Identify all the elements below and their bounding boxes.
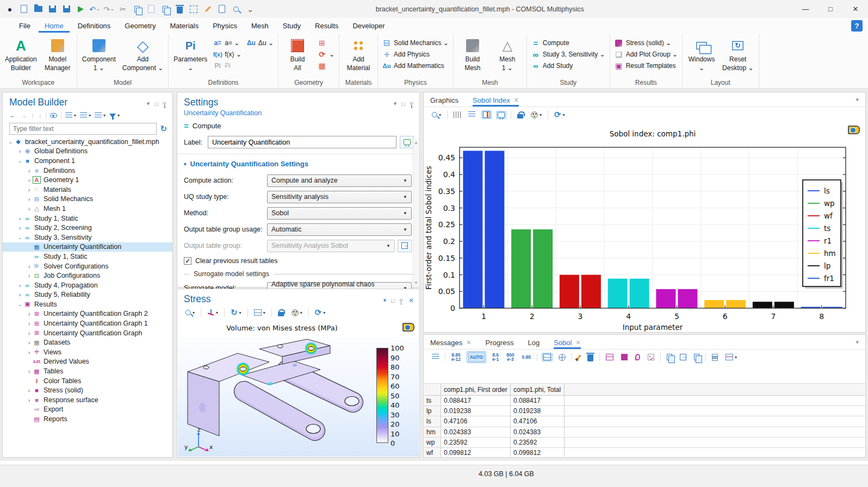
- scientific-notation-icon[interactable]: 8.85e-12: [450, 352, 462, 363]
- component-button[interactable]: Component1 ⌄: [79, 35, 119, 73]
- expand-all-icon[interactable]: [80, 113, 87, 119]
- view-axes-icon[interactable]: ▾: [206, 308, 220, 317]
- duplicate-icon[interactable]: [160, 4, 171, 15]
- application-builder-button[interactable]: AApplicationBuilder: [2, 35, 40, 73]
- help-button[interactable]: ?: [851, 20, 863, 32]
- add-study-button[interactable]: ∞Add Study: [529, 61, 607, 71]
- locale-icon[interactable]: [557, 353, 567, 362]
- tree-item[interactable]: 8.85Derived Values: [3, 357, 172, 367]
- redo-icon[interactable]: ↷⌄: [103, 4, 114, 15]
- expand-icon[interactable]: ›: [26, 339, 33, 346]
- label-input[interactable]: [208, 136, 396, 148]
- expand-icon[interactable]: ›: [26, 272, 33, 279]
- pin-icon[interactable]: [400, 299, 402, 302]
- console-tab-log[interactable]: Log: [528, 335, 540, 349]
- collapse-all-icon[interactable]: [65, 113, 72, 119]
- refresh-icon[interactable]: ↻: [160, 124, 167, 134]
- close-button[interactable]: ✕: [843, 0, 868, 18]
- console-tab-sobol[interactable]: Sobol✕: [554, 335, 580, 349]
- y-axis-grid-icon[interactable]: [467, 110, 477, 119]
- select-box-icon[interactable]: [188, 4, 199, 15]
- menu-home[interactable]: Home: [39, 19, 70, 33]
- tree-item[interactable]: ‖Color Tables: [3, 376, 172, 386]
- expand-icon[interactable]: ›: [26, 387, 33, 394]
- decimal-notation-icon[interactable]: 0.85: [520, 354, 532, 361]
- clear-table-icon[interactable]: [576, 353, 581, 361]
- snapshot-icon[interactable]: [402, 323, 414, 332]
- tree-item[interactable]: ›⊞Uncertainty Quantification Graph: [3, 328, 172, 338]
- delete-icon[interactable]: [174, 4, 185, 15]
- add-component-button[interactable]: ◇AddComponent ⌄: [120, 35, 166, 73]
- menu-mesh[interactable]: Mesh: [245, 19, 275, 33]
- expand-icon[interactable]: ›: [16, 224, 23, 231]
- save-as-icon[interactable]: [61, 4, 72, 15]
- pin-icon[interactable]: [410, 102, 413, 105]
- panel-menu-icon[interactable]: ▾: [383, 297, 387, 304]
- sonify-icon[interactable]: [634, 353, 642, 361]
- build-all-button[interactable]: BuildAll: [281, 35, 314, 73]
- tree-item[interactable]: ›⊪Solver Configurations: [3, 261, 172, 271]
- compute-action-select[interactable]: Compute and analyze▼: [267, 174, 412, 187]
- tree-item[interactable]: ›∞Study 2, Screening: [3, 223, 172, 233]
- expand-icon[interactable]: ›: [26, 196, 33, 202]
- run-icon[interactable]: [75, 4, 86, 15]
- expand-icon[interactable]: ›: [26, 397, 33, 403]
- clear-tables-checkbox[interactable]: ✓Clear previous result tables: [177, 254, 419, 267]
- toolbar-overflow-icon[interactable]: ⌄: [245, 4, 256, 15]
- float-icon[interactable]: □: [154, 101, 158, 107]
- axis-limits-icon[interactable]: [481, 110, 492, 119]
- solid-mechanics-button[interactable]: ⊟Solid Mechanics ⌄: [380, 38, 451, 48]
- snapshot-icon[interactable]: [848, 126, 860, 134]
- back-icon[interactable]: ←: [9, 111, 16, 120]
- color-settings-icon[interactable]: ▾: [290, 308, 304, 317]
- graphics-tab-sobol-index[interactable]: Sobol Index✕: [473, 92, 519, 107]
- uq-settings-section[interactable]: ▾Uncertainty Quantification Settings: [177, 154, 419, 172]
- menu-study[interactable]: Study: [277, 19, 307, 33]
- table-graph-icon[interactable]: [604, 353, 615, 361]
- add-physics-button[interactable]: ✛Add Physics: [380, 49, 451, 59]
- build-mesh-button[interactable]: BuildMesh: [456, 35, 489, 73]
- tree-item[interactable]: ›■Response surface: [3, 395, 172, 405]
- float-icon[interactable]: □: [401, 101, 405, 107]
- nonlocal-couplings-button[interactable]: ΔuΔu ⌄: [245, 38, 276, 48]
- table-row[interactable]: ts0.0884170.088417: [424, 396, 865, 406]
- table-row[interactable]: wp0.235920.23592: [424, 438, 865, 448]
- add-plot-group-button[interactable]: ❏Add Plot Group ⌄: [612, 49, 680, 59]
- table-settings-icon[interactable]: [430, 353, 441, 361]
- copy-selection-icon[interactable]: [692, 353, 701, 361]
- tree-item[interactable]: ›⊞Uncertainty Quantification Graph 2: [3, 309, 172, 319]
- auto-notation-icon[interactable]: AUTO: [467, 351, 486, 363]
- functions-button[interactable]: f(x)f(x) ⌄: [211, 49, 244, 59]
- stress-3d-plot[interactable]: Volume: von Mises stress (MPa): [178, 337, 419, 457]
- collapse-icon[interactable]: ⌄: [7, 139, 14, 145]
- tree-item[interactable]: ›∷Materials: [3, 185, 172, 195]
- expand-icon[interactable]: ›: [16, 215, 23, 222]
- expand-icon[interactable]: ›: [16, 282, 23, 289]
- method-select[interactable]: Sobol▼: [267, 207, 412, 220]
- table-row[interactable]: wf0.0998120.099812: [424, 448, 865, 457]
- tree-item[interactable]: ›∞Study 5, Reliability: [3, 290, 172, 300]
- plot-refresh-icon[interactable]: ⟳▾: [313, 307, 327, 319]
- new-file-icon[interactable]: [18, 4, 29, 15]
- close-tab-icon[interactable]: ✕: [466, 339, 471, 346]
- tree-item[interactable]: ›AGeometry 1: [3, 175, 172, 185]
- tree-item[interactable]: ⇨Export: [3, 405, 172, 415]
- zoom-extents-icon[interactable]: ▾: [430, 111, 443, 118]
- add-mathematics-button[interactable]: ΔuAdd Mathematics: [380, 61, 451, 71]
- delete-table-icon[interactable]: [586, 352, 595, 363]
- expand-icon[interactable]: ›: [26, 263, 33, 270]
- plot-refresh-icon[interactable]: ⟳▾: [553, 109, 567, 121]
- show-icon[interactable]: [50, 113, 57, 118]
- save-icon[interactable]: [47, 4, 58, 15]
- report-icon[interactable]: [710, 353, 720, 362]
- output-table-group-usage-select[interactable]: Automatic▼: [267, 223, 412, 236]
- add-material-button[interactable]: AddMaterial: [342, 35, 375, 73]
- copy-icon[interactable]: [132, 4, 142, 15]
- settings-scrollbar[interactable]: ▲▼: [413, 139, 419, 286]
- image-settings-icon[interactable]: ▾: [529, 110, 543, 120]
- tree-item[interactable]: ⌄◆bracket_uncertainty_quantification_fil…: [3, 137, 172, 147]
- draw-icon[interactable]: [202, 4, 213, 15]
- rename-icon[interactable]: [400, 136, 414, 148]
- filter-input[interactable]: [9, 123, 157, 135]
- panel-menu-icon[interactable]: ▾: [147, 100, 150, 107]
